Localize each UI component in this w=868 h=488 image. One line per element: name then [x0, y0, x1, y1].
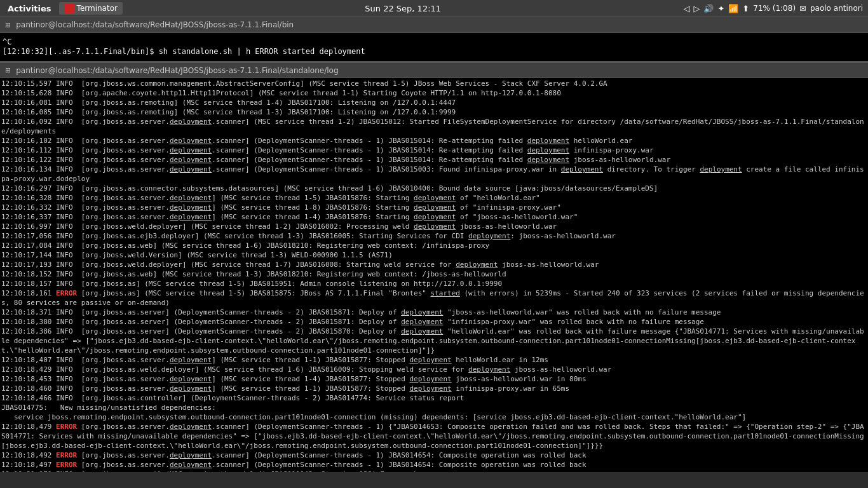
term-top-titlebar: ⊞ pantinor@localhost:/data/software/RedH…	[0, 17, 868, 33]
log-line: 12:10:16,297 INFO [org.jboss.as.connecto…	[1, 184, 867, 193]
log-line: JBAS014775: New missing/unsatisfied depe…	[1, 403, 867, 412]
system-topbar: Activities Terminator Sun 22 Sep, 12:11 …	[0, 0, 868, 17]
user-label: paolo antinori	[810, 4, 863, 13]
log-line: 12:10:18,371 INFO [org.jboss.as.server] …	[1, 308, 867, 317]
topbar-datetime: Sun 22 Sep, 12:11	[365, 4, 441, 13]
terminator-icon	[64, 3, 74, 13]
grid-icon: ⊞	[5, 21, 11, 29]
log-line: 12:10:18,460 INFO [org.jboss.as.server.d…	[1, 384, 867, 393]
log-line: 12:10:18,466 INFO [org.jboss.as.controll…	[1, 393, 867, 403]
log-line: 12:10:18,492 ERROR [org.jboss.as.server.…	[1, 451, 867, 460]
log-line: 12:10:18,380 INFO [org.jboss.as.server] …	[1, 317, 867, 327]
terminator-label: Terminator	[77, 4, 118, 13]
terminal-top: ⊞ pantinor@localhost:/data/software/RedH…	[0, 17, 868, 62]
log-line: 12:10:18,429 INFO [org.jboss.as.weld.dep…	[1, 365, 867, 374]
log-line: 12:10:16,337 INFO [org.jboss.as.server.d…	[1, 212, 867, 222]
prompt-line: [12:10:32][..as-7.1.1.Final/bin]$ sh sta…	[3, 47, 865, 57]
grid-icon-2: ⊞	[5, 66, 11, 74]
bluetooth-icon[interactable]: ✦	[717, 4, 724, 13]
terminal-bottom: ⊞ pantinor@localhost:/data/software/RedH…	[0, 62, 868, 472]
battery-icon: ⬆	[742, 4, 749, 13]
log-line: 12:10:15,628 INFO [org.apache.coyote.htt…	[1, 88, 867, 98]
back-icon[interactable]: ◁	[683, 4, 689, 13]
log-line: 12:10:17,056 INFO [org.jboss.as.ejb3.dep…	[1, 231, 867, 241]
wifi-icon[interactable]: 📶	[728, 4, 738, 13]
log-line: 12:10:16,085 INFO [org.jboss.as.remoting…	[1, 107, 867, 117]
chat-icon[interactable]: ✉	[799, 4, 806, 13]
log-line: 12:10:16,102 INFO [org.jboss.as.server.d…	[1, 136, 867, 146]
log-line: 12:10:18,386 INFO [org.jboss.as.server] …	[1, 327, 867, 355]
log-line: 12:10:16,134 INFO [org.jboss.as.server.d…	[1, 165, 867, 184]
log-line: 12:10:16,332 INFO [org.jboss.as.server.d…	[1, 203, 867, 212]
log-line: 12:10:16,092 INFO [org.jboss.as.server.d…	[1, 117, 867, 136]
log-line: 12:10:18,453 INFO [org.jboss.as.server.d…	[1, 374, 867, 384]
log-line: 12:10:15,597 INFO [org.jboss.ws.common.m…	[1, 79, 867, 88]
topbar-right: ◁ ▷ 🔊 ✦ 📶 ⬆ 71% (1:08) ✉ paolo antinori	[683, 4, 863, 13]
topbar-left: Activities Terminator	[5, 2, 123, 15]
log-line: 12:10:16,328 INFO [org.jboss.as.server.d…	[1, 193, 867, 203]
log-line: 12:10:16,997 INFO [org.jboss.weld.deploy…	[1, 222, 867, 231]
battery-label: 71% (1:08)	[753, 4, 796, 13]
activities-button[interactable]: Activities	[5, 4, 54, 13]
speaker-icon[interactable]: 🔊	[703, 4, 714, 13]
term-bottom-content[interactable]: 12:10:15,597 INFO [org.jboss.ws.common.m…	[0, 78, 868, 472]
log-line: 12:10:18,497 ERROR [org.jboss.as.server.…	[1, 460, 867, 470]
log-line: 12:10:17,144 INFO [org.jboss.weld.Versio…	[1, 250, 867, 260]
log-line: 12:10:18,152 INFO [org.jboss.as.web] (MS…	[1, 269, 867, 279]
log-line: 12:10:16,112 INFO [org.jboss.as.server.d…	[1, 146, 867, 155]
log-line: 12:10:18,407 INFO [org.jboss.as.server.d…	[1, 355, 867, 365]
log-line: 12:10:18,479 ERROR [org.jboss.as.server.…	[1, 422, 867, 451]
log-line: 12:10:16,081 INFO [org.jboss.as.remoting…	[1, 98, 867, 107]
log-line: service jboss.remoting.endpoint.subsyste…	[1, 412, 867, 422]
ctrl-c-line: ^C	[3, 37, 865, 47]
term-top-title: pantinor@localhost:/data/software/RedHat…	[16, 20, 294, 29]
log-line: 12:10:16,122 INFO [org.jboss.as.server.d…	[1, 155, 867, 165]
log-line: 12:10:18,157 INFO [org.jboss.as] (MSC se…	[1, 279, 867, 288]
log-line: 12:10:17,193 INFO [org.jboss.weld.deploy…	[1, 260, 867, 269]
terminator-tab[interactable]: Terminator	[59, 2, 123, 15]
log-line: 12:10:17,084 INFO [org.jboss.as.web] (MS…	[1, 241, 867, 250]
term-bottom-title: pantinor@localhost:/data/software/RedHat…	[16, 66, 338, 75]
log-line: 12:10:18,161 ERROR [org.jboss.as] (MSC s…	[1, 288, 867, 308]
forward-icon[interactable]: ▷	[693, 4, 700, 13]
term-bottom-titlebar: ⊞ pantinor@localhost:/data/software/RedH…	[0, 62, 868, 78]
term-top-content[interactable]: ^C [12:10:32][..as-7.1.1.Final/bin]$ sh …	[0, 33, 868, 61]
log-line: 12:10:31,970 INFO [org.jboss.as.osgi] (M…	[1, 470, 867, 472]
